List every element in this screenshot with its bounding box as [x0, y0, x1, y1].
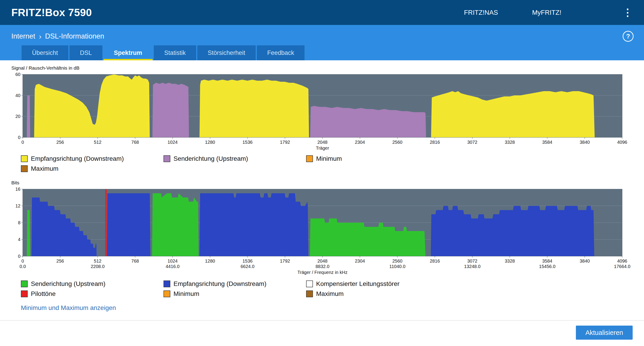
legend-swatch-icon: [164, 155, 170, 162]
svg-text:0: 0: [18, 135, 20, 140]
svg-text:2048: 2048: [318, 140, 328, 145]
breadcrumb-separator-icon: ›: [39, 32, 41, 41]
legend-item: Senderichtung (Upstream): [21, 280, 164, 288]
svg-text:2560: 2560: [392, 140, 402, 145]
legend-item: Maximum: [21, 165, 164, 172]
legend-label: Minimum: [174, 290, 200, 298]
top-bar: FRITZ!Box 7590 FRITZ!NAS MyFRITZ! ⋮: [0, 0, 644, 25]
svg-text:13248.0: 13248.0: [464, 264, 480, 269]
svg-text:60: 60: [16, 72, 20, 77]
main-content: Signal / Rausch-Verhältnis in dB 0204060…: [0, 60, 644, 320]
legend-label: Minimum: [316, 155, 342, 162]
tab-statistik[interactable]: Statistik: [154, 45, 196, 60]
svg-text:0: 0: [18, 254, 20, 259]
svg-text:1024: 1024: [168, 140, 178, 145]
tab-störsicherheit[interactable]: Störsicherheit: [197, 45, 256, 60]
svg-text:2816: 2816: [430, 140, 440, 145]
svg-text:1536: 1536: [242, 140, 253, 145]
overflow-menu-icon[interactable]: ⋮: [623, 7, 633, 17]
svg-text:0: 0: [21, 140, 24, 145]
svg-text:40: 40: [16, 93, 20, 98]
svg-text:6624.0: 6624.0: [240, 264, 254, 269]
svg-text:768: 768: [131, 258, 139, 263]
legend-item: Maximum: [306, 290, 635, 298]
legend-swatch-icon: [164, 281, 170, 287]
svg-text:15456.0: 15456.0: [539, 264, 556, 269]
legend-swatch-icon: [21, 281, 28, 287]
svg-text:4096: 4096: [617, 140, 628, 145]
tab-spektrum[interactable]: Spektrum: [104, 45, 153, 60]
legend-swatch-icon: [306, 290, 313, 297]
svg-text:3072: 3072: [467, 258, 478, 263]
svg-text:2304: 2304: [355, 258, 365, 263]
svg-text:256: 256: [56, 258, 64, 263]
svg-text:0.0: 0.0: [20, 264, 26, 269]
legend-label: Pilottöne: [31, 290, 56, 298]
footer-bar: Aktualisieren: [0, 320, 644, 346]
snr-chart-title: Signal / Rausch-Verhältnis in dB: [11, 65, 635, 71]
svg-text:3840: 3840: [580, 258, 590, 263]
sub-bar: Internet › DSL-Informationen ? Übersicht…: [0, 25, 644, 60]
legend-label: Maximum: [31, 165, 58, 172]
svg-text:20: 20: [16, 114, 20, 119]
app-title: FRITZ!Box 7590: [11, 6, 92, 18]
breadcrumb: Internet › DSL-Informationen: [11, 32, 104, 41]
svg-text:512: 512: [94, 140, 101, 145]
legend-label: Kompensierter Leitungsstörer: [316, 280, 400, 288]
tab-bar: ÜbersichtDSLSpektrumStatistikStörsicherh…: [0, 45, 644, 60]
svg-text:1792: 1792: [280, 258, 290, 263]
svg-text:Träger / Frequenz in kHz: Träger / Frequenz in kHz: [298, 270, 348, 275]
svg-text:3328: 3328: [505, 258, 515, 263]
tab-feedback[interactable]: Feedback: [257, 45, 305, 60]
legend-item: Empfangsrichtung (Downstream): [21, 155, 164, 162]
breadcrumb-row: Internet › DSL-Informationen ?: [0, 25, 644, 45]
tab-dsl[interactable]: DSL: [70, 45, 102, 60]
svg-text:16: 16: [16, 187, 20, 191]
svg-text:1792: 1792: [280, 140, 290, 145]
legend-item: Minimum: [164, 290, 306, 298]
svg-text:3328: 3328: [505, 140, 515, 145]
fritzbox-page: FRITZ!Box 7590 FRITZ!NAS MyFRITZ! ⋮ Inte…: [0, 0, 644, 346]
svg-text:768: 768: [131, 140, 139, 145]
legend-swatch-icon: [21, 155, 28, 162]
svg-text:1280: 1280: [205, 140, 215, 145]
tab-übersicht[interactable]: Übersicht: [22, 45, 68, 60]
snr-chart: 0204060025651276810241280153617922048230…: [11, 72, 633, 152]
legend-swatch-icon: [21, 290, 28, 297]
nav-myfritz[interactable]: MyFRITZ!: [532, 9, 561, 16]
svg-text:3840: 3840: [580, 140, 590, 145]
nav-fritznas[interactable]: FRITZ!NAS: [464, 9, 498, 16]
svg-text:2560: 2560: [392, 258, 402, 263]
legend-item: Senderichtung (Upstream): [164, 155, 306, 162]
svg-text:512: 512: [94, 258, 101, 263]
svg-text:8832.0: 8832.0: [316, 264, 329, 269]
svg-text:12: 12: [16, 203, 20, 208]
help-icon[interactable]: ?: [623, 31, 634, 42]
legend-item: Pilottöne: [21, 290, 164, 298]
svg-text:4096: 4096: [617, 258, 628, 263]
svg-text:1280: 1280: [205, 258, 215, 263]
svg-text:1024: 1024: [168, 258, 178, 263]
svg-text:Träger: Träger: [316, 146, 329, 151]
legend-label: Empfangsrichtung (Downstream): [31, 155, 124, 162]
svg-text:17664.0: 17664.0: [614, 264, 630, 269]
svg-text:3584: 3584: [542, 258, 552, 263]
svg-text:4416.0: 4416.0: [166, 264, 180, 269]
svg-text:256: 256: [56, 140, 64, 145]
svg-text:8: 8: [18, 220, 20, 225]
snr-chart-legend: Empfangsrichtung (Downstream)Senderichtu…: [21, 155, 635, 172]
bits-chart: 0481216025651276810241280153617922048230…: [11, 187, 633, 277]
bits-chart-legend: Senderichtung (Upstream)Empfangsrichtung…: [21, 280, 635, 298]
breadcrumb-section[interactable]: Internet: [11, 32, 35, 40]
svg-text:2208.0: 2208.0: [90, 264, 104, 269]
svg-text:3072: 3072: [467, 140, 478, 145]
show-min-max-link[interactable]: Minimum und Maximum anzeigen: [21, 304, 116, 311]
legend-item: Minimum: [306, 155, 635, 162]
legend-swatch-icon: [306, 281, 313, 287]
svg-text:3584: 3584: [542, 140, 552, 145]
svg-text:11040.0: 11040.0: [390, 264, 406, 269]
svg-text:2048: 2048: [318, 258, 328, 263]
refresh-button[interactable]: Aktualisieren: [576, 326, 633, 340]
legend-label: Senderichtung (Upstream): [31, 280, 105, 288]
legend-label: Maximum: [316, 290, 344, 298]
